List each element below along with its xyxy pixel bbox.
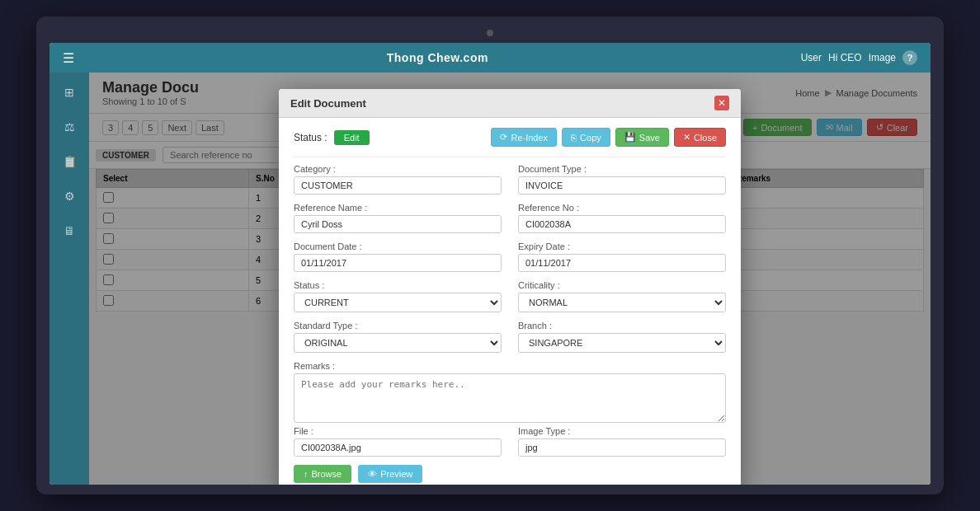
file-group: File : [294, 426, 502, 457]
eye-icon: 👁 [368, 469, 377, 479]
user-name: Hi CEO [828, 52, 862, 63]
branch-group: Branch : SINGAPORE MALAYSIA [518, 321, 726, 353]
criticality-group: Criticality : NORMAL HIGH [518, 280, 726, 312]
modal-header: Edit Document ✕ [279, 89, 741, 118]
file-row: File : Image Type : [294, 426, 726, 457]
remarks-group: Remarks : [294, 361, 726, 423]
expiry-date-label: Expiry Date : [518, 241, 726, 251]
save-icon: 💾 [624, 132, 636, 143]
close-icon: ✕ [683, 132, 690, 143]
category-group: Category : [294, 164, 502, 195]
document-date-label: Document Date : [294, 241, 502, 251]
image-type-input[interactable] [518, 438, 726, 457]
sidebar: ⊞ ⚖ 📋 ⚙ 🖥 [49, 73, 89, 485]
standard-type-label: Standard Type : [294, 321, 502, 331]
laptop-screen: ☰ Thong Chew.com User Hi CEO Image ? ⊞ ⚖… [49, 43, 931, 485]
laptop-frame: ☰ Thong Chew.com User Hi CEO Image ? ⊞ ⚖… [36, 16, 944, 495]
reindex-icon: ⟳ [500, 132, 507, 143]
reference-no-group: Reference No : [518, 203, 726, 233]
app-logo: Thong Chew.com [387, 51, 488, 64]
reference-no-input[interactable] [518, 215, 726, 233]
sidebar-icon-docs[interactable]: 📋 [58, 150, 81, 173]
sidebar-icon-scale[interactable]: ⚖ [58, 115, 81, 138]
modal-body: Status : Edit ⟳ Re-Index ⎘ [279, 118, 741, 485]
modal-action-buttons: ⟳ Re-Index ⎘ Copy 💾 Sav [491, 128, 726, 147]
criticality-select[interactable]: NORMAL HIGH [518, 293, 726, 312]
remarks-textarea[interactable] [294, 373, 726, 423]
preview-button[interactable]: 👁 Preview [358, 465, 422, 483]
help-icon[interactable]: ? [902, 50, 917, 65]
sidebar-icon-settings[interactable]: ⚙ [58, 185, 81, 208]
modal-status-row: Status : Edit ⟳ Re-Index ⎘ [294, 128, 726, 147]
category-label: Category : [294, 164, 502, 174]
status-select[interactable]: CURRENT ARCHIVED [294, 293, 502, 312]
file-input[interactable] [294, 438, 502, 457]
modal-close-x-button[interactable]: ✕ [714, 96, 729, 110]
copy-icon: ⎘ [571, 133, 577, 143]
status-left: Status : Edit [294, 130, 370, 145]
modal-overlay: Edit Document ✕ Status : Edit [89, 73, 931, 485]
expiry-date-input[interactable] [518, 254, 726, 272]
status-edit-button[interactable]: Edit [334, 130, 370, 145]
browse-row: ↑ Browse 👁 Preview [294, 465, 726, 483]
criticality-label: Criticality : [518, 280, 726, 290]
sidebar-icon-monitor[interactable]: 🖥 [58, 219, 81, 242]
reference-name-input[interactable] [294, 215, 502, 233]
main-content: Manage Docu Showing 1 to 10 of S Home ▶ … [89, 73, 931, 485]
copy-button[interactable]: ⎘ Copy [562, 128, 610, 147]
status-group: Status : CURRENT ARCHIVED [294, 280, 502, 312]
document-date-group: Document Date : [294, 241, 502, 272]
remarks-label: Remarks : [294, 361, 726, 371]
hamburger-icon[interactable]: ☰ [63, 50, 74, 66]
app-body: ⊞ ⚖ 📋 ⚙ 🖥 Manage Docu Showing 1 to 10 of… [49, 73, 931, 485]
file-label: File : [294, 426, 502, 436]
reference-name-label: Reference Name : [294, 203, 502, 213]
document-type-label: Document Type : [518, 164, 726, 174]
image-type-group: Image Type : [518, 426, 726, 457]
edit-document-modal: Edit Document ✕ Status : Edit [279, 89, 741, 485]
close-modal-button[interactable]: ✕ Close [674, 128, 726, 147]
user-info: User Hi CEO Image ? [801, 50, 917, 65]
sidebar-icon-dashboard[interactable]: ⊞ [58, 81, 81, 104]
reindex-button[interactable]: ⟳ Re-Index [491, 128, 557, 147]
branch-select[interactable]: SINGAPORE MALAYSIA [518, 333, 726, 353]
status-label: Status : [294, 132, 327, 143]
user-label: User [801, 52, 822, 63]
app-header: ☰ Thong Chew.com User Hi CEO Image ? [49, 43, 931, 73]
modal-title: Edit Document [290, 97, 366, 110]
user-image-label: Image [869, 52, 896, 63]
document-type-group: Document Type : [518, 164, 726, 195]
expiry-date-group: Expiry Date : [518, 241, 726, 272]
category-input[interactable] [294, 176, 502, 195]
browse-button[interactable]: ↑ Browse [294, 465, 351, 483]
upload-icon: ↑ [304, 469, 309, 479]
divider [294, 157, 726, 157]
document-date-input[interactable] [294, 254, 502, 272]
reference-name-group: Reference Name : [294, 203, 502, 233]
standard-type-select[interactable]: ORIGINAL COPY [294, 333, 502, 353]
document-type-input[interactable] [518, 176, 726, 195]
reference-no-label: Reference No : [518, 203, 726, 213]
branch-label: Branch : [518, 321, 726, 331]
status-field-label: Status : [294, 280, 502, 290]
save-button[interactable]: 💾 Save [615, 128, 669, 147]
laptop-camera [487, 30, 493, 36]
image-type-label: Image Type : [518, 426, 726, 436]
form-grid: Category : Document Type : [294, 164, 726, 423]
standard-type-group: Standard Type : ORIGINAL COPY [294, 321, 502, 353]
